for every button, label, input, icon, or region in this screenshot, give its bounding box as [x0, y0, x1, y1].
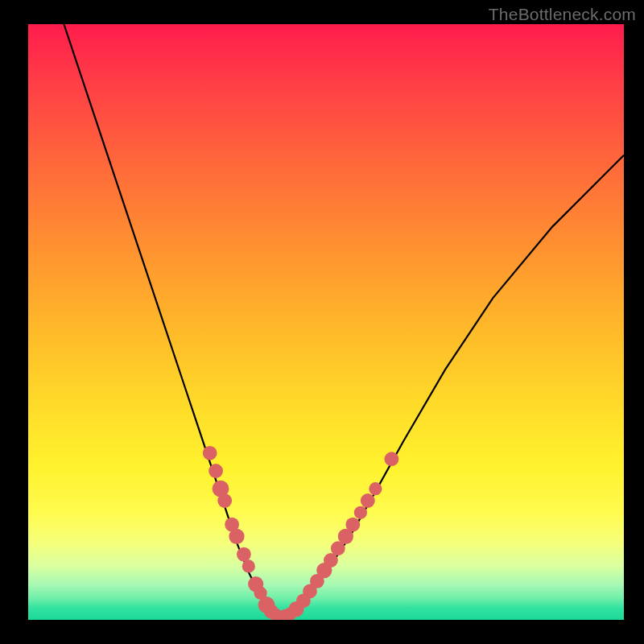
data-point: [237, 547, 251, 562]
data-point: [385, 452, 399, 466]
data-point: [203, 446, 217, 460]
data-point: [217, 493, 232, 508]
data-point: [242, 559, 255, 572]
data-point: [369, 482, 382, 495]
chart-svg: [28, 24, 624, 620]
watermark-text: TheBottleneck.com: [489, 5, 636, 24]
data-point: [354, 506, 367, 519]
data-point: [208, 464, 223, 478]
data-point: [345, 518, 360, 532]
data-point: [229, 529, 244, 544]
chart-frame: TheBottleneck.com: [0, 0, 644, 644]
bottleneck-curve: [64, 24, 624, 617]
data-point: [324, 553, 338, 568]
data-point: [361, 493, 375, 508]
plot-area: [28, 24, 624, 620]
curve-dots: [203, 446, 398, 620]
